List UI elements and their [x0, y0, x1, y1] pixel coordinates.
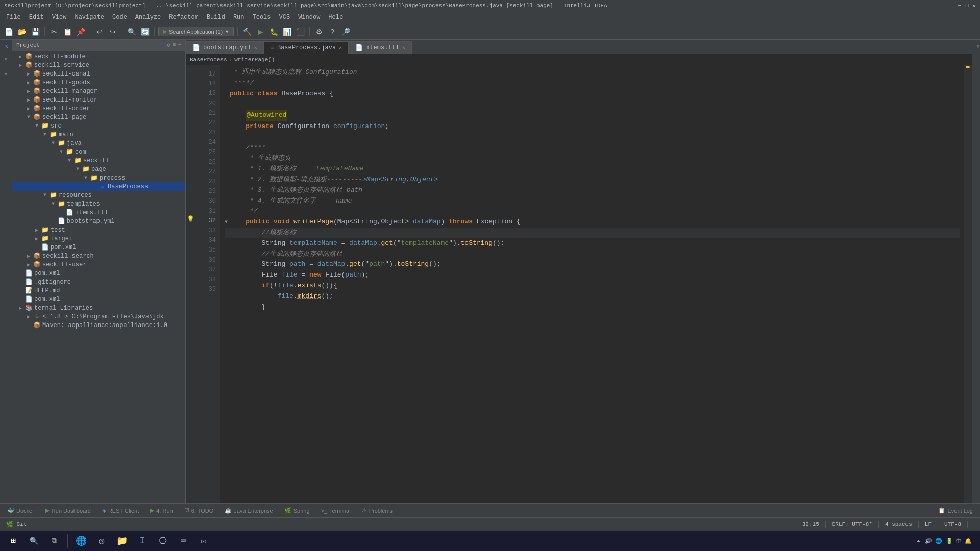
fold-32[interactable] — [225, 229, 228, 237]
menu-refactor[interactable]: Refactor — [165, 13, 203, 22]
tab-bootstrap-close[interactable]: ✕ — [254, 45, 257, 51]
right-icon-1[interactable]: M — [973, 42, 980, 52]
tree-arrow[interactable]: ▶ — [24, 106, 33, 112]
tree-resources[interactable]: ▼ 📁 resources — [12, 191, 185, 199]
mail-btn[interactable]: ✉ — [194, 532, 213, 550]
run-btn[interactable]: ▶ — [255, 26, 266, 37]
taskview-btn[interactable]: ⧉ — [45, 532, 63, 550]
tab-event-log[interactable]: 📋 Event Log — [933, 505, 978, 516]
tree-seckill-canal[interactable]: ▶ 📦 seckill-canal — [12, 69, 185, 78]
tree-process-pkg[interactable]: ▼ 📁 process — [12, 173, 185, 182]
menu-analyze[interactable]: Analyze — [131, 13, 165, 22]
tab-rest-client[interactable]: ◈ REST Client — [97, 505, 144, 516]
tree-arrow-main[interactable]: ▼ — [41, 132, 49, 137]
status-encoding[interactable]: CRLF: UTF-8* — [830, 521, 874, 528]
tree-templates[interactable]: ▼ 📁 templates — [12, 199, 185, 208]
menu-vcs[interactable]: VCS — [275, 13, 295, 22]
menu-tools[interactable]: Tools — [249, 13, 275, 22]
tree-arrow-test[interactable]: ▶ — [33, 227, 41, 233]
tab-run-dashboard[interactable]: ▶ Run Dashboard — [40, 505, 96, 516]
tree-target[interactable]: ▶ 📁 target — [12, 234, 185, 243]
vscode-btn[interactable]: ⎔ — [154, 532, 172, 550]
tree-arrow-templates[interactable]: ▼ — [49, 201, 57, 207]
project-icon[interactable]: P — [2, 42, 10, 52]
tab-problems[interactable]: ⚠ Problems — [357, 505, 398, 516]
status-lf[interactable]: LF — [923, 521, 934, 528]
idea-btn[interactable]: I — [133, 532, 152, 550]
tree-jdk[interactable]: ▶ ☕ < 1.8 > C:\Program Files\Java\jdk — [12, 312, 185, 321]
tree-arrow[interactable]: ▶ — [24, 71, 33, 77]
close-btn[interactable]: ✕ — [972, 3, 976, 9]
fold-23[interactable] — [225, 133, 228, 141]
terminal-taskbar-btn[interactable]: ⌨ — [174, 532, 192, 550]
fold-39[interactable] — [225, 303, 228, 311]
tab-bootstrap[interactable]: 📄 bootstrap.yml ✕ — [186, 41, 264, 54]
build-btn[interactable]: 🔨 — [241, 26, 253, 37]
fold-31[interactable]: ▼ — [225, 218, 228, 227]
tab-spring[interactable]: 🌿 Spring — [279, 505, 315, 516]
start-btn[interactable]: ⊞ — [4, 532, 22, 550]
tab-docker[interactable]: 🐳 Docker — [2, 505, 39, 516]
tree-maven-jar[interactable]: ▶ 📦 Maven: aopalliance:aopalliance:1.0 — [12, 321, 185, 330]
tree-arrow[interactable]: ▶ — [24, 97, 33, 103]
fold-38[interactable] — [225, 292, 228, 300]
tree-test[interactable]: ▶ 📁 test — [12, 226, 185, 234]
menu-run[interactable]: Run — [229, 13, 249, 22]
tree-arrow-ext[interactable]: ▶ — [16, 305, 24, 311]
fold-33[interactable] — [225, 239, 228, 247]
tree-pom-xml-root[interactable]: ▶ 📄 pom.xml — [12, 269, 185, 278]
menu-navigate[interactable]: Navigate — [70, 13, 108, 22]
coverage-btn[interactable]: 📊 — [281, 26, 292, 37]
fold-34[interactable] — [225, 250, 228, 258]
tree-page-pkg[interactable]: ▼ 📁 page — [12, 165, 185, 173]
tree-arrow-process[interactable]: ▼ — [82, 175, 90, 181]
tab-items-close[interactable]: ✕ — [402, 45, 405, 51]
tree-arrow-jdk[interactable]: ▶ — [24, 314, 33, 320]
tree-arrow-seckill[interactable]: ▼ — [65, 158, 74, 163]
fold-20[interactable] — [225, 101, 228, 109]
menu-view[interactable]: View — [48, 13, 71, 22]
undo-btn[interactable]: ↩ — [94, 26, 105, 37]
run-config-btn[interactable]: ▶ SearchApplication (1) ▼ — [158, 27, 234, 36]
project-settings-icon[interactable]: ⚙ — [167, 42, 170, 48]
tree-arrow-page-pkg[interactable]: ▼ — [74, 166, 82, 172]
chrome-btn[interactable]: ◎ — [92, 532, 111, 550]
paste-btn[interactable]: 📌 — [75, 26, 86, 37]
fold-17[interactable] — [225, 68, 228, 77]
fold-24[interactable] — [225, 144, 228, 152]
tree-seckill-pkg[interactable]: ▼ 📁 seckill — [12, 156, 185, 165]
tree-bootstrap-yml[interactable]: ▶ 📄 bootstrap.yml — [12, 217, 185, 226]
replace-btn[interactable]: 🔄 — [139, 26, 151, 37]
stop-btn[interactable]: ⬛ — [295, 26, 306, 37]
edge-btn[interactable]: 🌐 — [72, 532, 90, 550]
tree-arrow-search[interactable]: ▶ — [24, 253, 33, 259]
help-btn[interactable]: ? — [327, 26, 338, 37]
tree-baseprocess[interactable]: ▶ ☕ BaseProcess — [12, 182, 185, 191]
tab-java-enterprise[interactable]: ☕ Java Enterprise — [219, 505, 278, 516]
fold-25[interactable] — [225, 155, 228, 163]
status-indent[interactable]: 4 spaces — [883, 521, 914, 528]
notifications[interactable]: 🔔 — [965, 538, 972, 544]
breadcrumb-writerpage[interactable]: writerPage() — [234, 57, 275, 63]
redo-btn[interactable]: ↪ — [107, 26, 118, 37]
fold-22[interactable] — [225, 122, 228, 131]
tab-run[interactable]: ▶ 4: Run — [145, 505, 178, 516]
tree-arrow-src[interactable]: ▼ — [33, 123, 41, 129]
menu-help[interactable]: Help — [324, 13, 347, 22]
project-minimize-icon[interactable]: ─ — [178, 42, 181, 48]
fold-19[interactable] — [225, 90, 228, 98]
status-utf8[interactable]: UTF-8 — [942, 521, 963, 528]
tree-java[interactable]: ▼ 📁 java — [12, 139, 185, 147]
tree-arrow[interactable]: ▶ — [24, 88, 33, 94]
explorer-btn[interactable]: 📁 — [113, 532, 131, 550]
tree-arrow-resources[interactable]: ▼ — [41, 192, 49, 198]
find-btn[interactable]: 🔍 — [126, 26, 137, 37]
fold-26[interactable] — [225, 165, 228, 173]
tree-seckill-monitor[interactable]: ▶ 📦 seckill-monitor — [12, 95, 185, 104]
new-file-btn[interactable]: 📄 — [3, 26, 14, 37]
tree-gitignore[interactable]: ▶ 📄 .gitignore — [12, 278, 185, 286]
tab-baseprocess[interactable]: ☕ BaseProcess.java ✕ — [264, 41, 349, 54]
tab-terminal[interactable]: >_ Terminal — [316, 505, 356, 516]
tree-arrow-service[interactable]: ▶ — [16, 62, 24, 68]
fold-30[interactable] — [225, 208, 228, 216]
